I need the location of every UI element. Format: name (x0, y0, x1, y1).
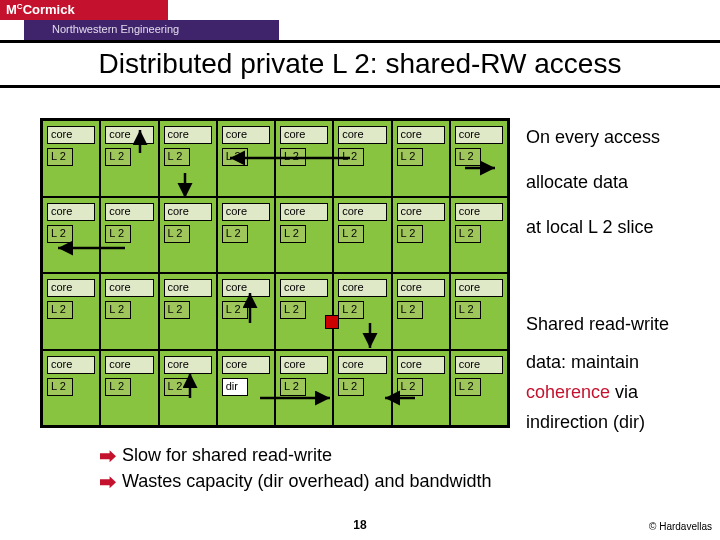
l2-box: L 2 (105, 225, 131, 243)
core-box: core (338, 279, 386, 297)
core-box: core (455, 203, 503, 221)
grid-cell: coreL 2 (275, 120, 333, 197)
core-box: core (455, 126, 503, 144)
l2-box: L 2 (105, 148, 131, 166)
l2-box: L 2 (47, 378, 73, 396)
l2-box: L 2 (397, 225, 423, 243)
core-box: core (280, 279, 328, 297)
grid-cell: coreL 2 (333, 120, 391, 197)
slide-title-bar: Distributed private L 2: shared-RW acces… (0, 40, 720, 88)
core-box: core (338, 126, 386, 144)
grid-cell: coreL 2 (392, 120, 450, 197)
l2-box: L 2 (397, 378, 423, 396)
grid-cell: coreL 2 (450, 273, 508, 350)
northwestern-subbrand: Northwestern Engineering (24, 20, 279, 40)
core-box: core (222, 279, 270, 297)
l2-box: L 2 (164, 378, 190, 396)
grid-cell: coreL 2 (159, 350, 217, 427)
l2-box: L 2 (455, 301, 481, 319)
core-box: core (338, 203, 386, 221)
core-box: core (280, 203, 328, 221)
l2-box: L 2 (338, 301, 364, 319)
grid-cell: coreL 2 (159, 273, 217, 350)
l2-box: L 2 (338, 148, 364, 166)
caption-line-2: allocate data (526, 170, 628, 194)
l2-box: L 2 (280, 301, 306, 319)
core-box: core (105, 126, 153, 144)
grid-cell: coreL 2 (392, 350, 450, 427)
grid-cell: coreL 2 (450, 120, 508, 197)
grid-cell: coreL 2 (42, 120, 100, 197)
l2-box: L 2 (222, 148, 248, 166)
core-box: core (455, 356, 503, 374)
caption-line-7: indirection (dir) (526, 410, 645, 434)
l2-box: L 2 (164, 225, 190, 243)
grid-cell: coreL 2 (333, 350, 391, 427)
l2-box: L 2 (455, 378, 481, 396)
arrow-icon (100, 450, 116, 462)
grid-cell: coreL 2 (450, 197, 508, 274)
via-word: via (610, 382, 638, 402)
grid-cell: coreL 2 (275, 273, 333, 350)
core-box: core (47, 356, 95, 374)
l2-box: L 2 (222, 225, 248, 243)
logo-rest: Cormick (23, 2, 75, 17)
grid-cell: coreL 2 (100, 273, 158, 350)
core-box: core (105, 356, 153, 374)
grid-cell: coreL 2 (275, 350, 333, 427)
grid-cell: coreL 2 (217, 120, 275, 197)
dir-box: dir (222, 378, 248, 396)
l2-box: L 2 (280, 378, 306, 396)
core-box: core (397, 279, 445, 297)
l2-box: L 2 (47, 301, 73, 319)
core-box: core (222, 126, 270, 144)
core-box: core (47, 203, 95, 221)
caption-line-3: at local L 2 slice (526, 215, 653, 239)
core-box: core (280, 126, 328, 144)
grid-cell: coreL 2 (217, 273, 275, 350)
core-box: core (105, 203, 153, 221)
bullets: Slow for shared read-write Wastes capaci… (100, 442, 690, 494)
logo-m: M (6, 2, 17, 17)
l2-box: L 2 (455, 225, 481, 243)
l2-box: L 2 (164, 148, 190, 166)
credit: © Hardavellas (649, 521, 712, 532)
core-box: core (105, 279, 153, 297)
l2-box: L 2 (222, 301, 248, 319)
l2-box: L 2 (280, 148, 306, 166)
grid-cell: coreL 2 (42, 350, 100, 427)
l2-box: L 2 (455, 148, 481, 166)
grid-cell: coreL 2 (100, 120, 158, 197)
slide-title: Distributed private L 2: shared-RW acces… (0, 43, 720, 85)
core-grid: coreL 2coreL 2coreL 2coreL 2coreL 2coreL… (40, 118, 510, 428)
core-box: core (222, 356, 270, 374)
l2-box: L 2 (105, 301, 131, 319)
grid-cell: coreL 2 (333, 273, 391, 350)
bullet-1: Slow for shared read-write (100, 442, 690, 468)
coherence-word: coherence (526, 382, 610, 402)
core-box: core (280, 356, 328, 374)
core-box: core (455, 279, 503, 297)
l2-box: L 2 (397, 301, 423, 319)
core-box: core (397, 126, 445, 144)
grid-cell: coreL 2 (42, 273, 100, 350)
grid-cell: coreL 2 (275, 197, 333, 274)
bullet-2: Wastes capacity (dir overhead) and bandw… (100, 468, 690, 494)
grid-cell: coreL 2 (42, 197, 100, 274)
l2-box: L 2 (338, 225, 364, 243)
caption-line-5: data: maintain (526, 350, 639, 374)
l2-box: L 2 (47, 148, 73, 166)
l2-box: L 2 (105, 378, 131, 396)
l2-box: L 2 (397, 148, 423, 166)
core-box: core (164, 279, 212, 297)
caption-line-4: Shared read-write (526, 312, 669, 336)
l2-box: L 2 (47, 225, 73, 243)
grid-cell: coredir (217, 350, 275, 427)
core-box: core (164, 356, 212, 374)
core-box: core (222, 203, 270, 221)
mccormick-logo: MCCormick (0, 0, 168, 20)
page-number: 18 (353, 518, 366, 532)
l2-box: L 2 (164, 301, 190, 319)
grid-cell: coreL 2 (450, 350, 508, 427)
grid-cell: coreL 2 (159, 197, 217, 274)
